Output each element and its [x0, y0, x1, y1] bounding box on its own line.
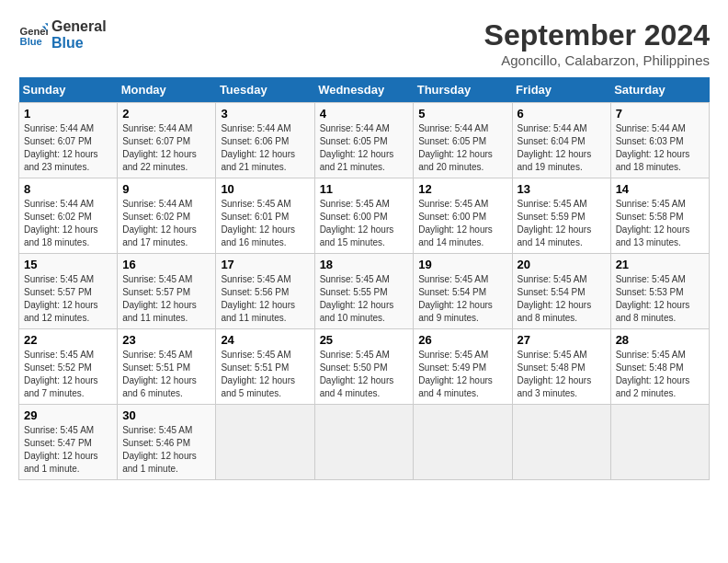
- calendar-cell: 25 Sunrise: 5:45 AM Sunset: 5:50 PM Dayl…: [314, 329, 414, 405]
- calendar-week-4: 22 Sunrise: 5:45 AM Sunset: 5:52 PM Dayl…: [19, 329, 710, 405]
- day-number: 14: [616, 182, 704, 196]
- day-details: Sunrise: 5:45 AM Sunset: 5:48 PM Dayligh…: [518, 349, 606, 400]
- day-number: 20: [518, 258, 606, 271]
- day-details: Sunrise: 5:44 AM Sunset: 6:07 PM Dayligh…: [122, 122, 210, 174]
- day-details: Sunrise: 5:45 AM Sunset: 5:55 PM Dayligh…: [320, 273, 409, 325]
- day-number: 6: [518, 107, 606, 121]
- svg-text:Blue: Blue: [20, 36, 42, 47]
- logo-icon: General Blue: [18, 20, 48, 50]
- page-title: September 2024: [484, 18, 710, 52]
- day-details: Sunrise: 5:44 AM Sunset: 6:04 PM Dayligh…: [518, 122, 606, 174]
- day-details: Sunrise: 5:45 AM Sunset: 5:46 PM Dayligh…: [122, 424, 210, 476]
- calendar-cell: 21 Sunrise: 5:45 AM Sunset: 5:53 PM Dayl…: [610, 254, 709, 329]
- weekday-header-row: SundayMondayTuesdayWednesdayThursdayFrid…: [19, 77, 710, 103]
- day-details: Sunrise: 5:45 AM Sunset: 5:51 PM Dayligh…: [221, 349, 309, 400]
- calendar-cell: 11 Sunrise: 5:45 AM Sunset: 6:00 PM Dayl…: [314, 178, 414, 254]
- calendar-cell: 5 Sunrise: 5:44 AM Sunset: 6:05 PM Dayli…: [414, 103, 512, 178]
- day-number: 15: [24, 258, 112, 271]
- calendar-cell: 17 Sunrise: 5:45 AM Sunset: 5:56 PM Dayl…: [216, 254, 314, 329]
- weekday-header-saturday: Saturday: [610, 77, 709, 103]
- calendar-cell: [512, 405, 610, 480]
- calendar-week-3: 15 Sunrise: 5:45 AM Sunset: 5:57 PM Dayl…: [19, 254, 710, 329]
- day-number: 26: [418, 333, 506, 347]
- page-subtitle: Agoncillo, Calabarzon, Philippines: [484, 52, 710, 68]
- calendar-cell: [414, 405, 512, 480]
- day-details: Sunrise: 5:45 AM Sunset: 5:56 PM Dayligh…: [221, 273, 309, 325]
- day-number: 19: [418, 258, 506, 271]
- day-number: 2: [122, 107, 210, 121]
- day-details: Sunrise: 5:45 AM Sunset: 5:53 PM Dayligh…: [616, 273, 704, 325]
- day-number: 24: [221, 333, 309, 347]
- calendar-cell: 16 Sunrise: 5:45 AM Sunset: 5:57 PM Dayl…: [118, 254, 216, 329]
- calendar-cell: 26 Sunrise: 5:45 AM Sunset: 5:49 PM Dayl…: [414, 329, 512, 405]
- day-details: Sunrise: 5:45 AM Sunset: 5:50 PM Dayligh…: [320, 349, 409, 400]
- calendar-cell: 9 Sunrise: 5:44 AM Sunset: 6:02 PM Dayli…: [118, 178, 216, 254]
- day-number: 17: [221, 258, 309, 271]
- calendar-cell: 2 Sunrise: 5:44 AM Sunset: 6:07 PM Dayli…: [118, 103, 216, 178]
- day-number: 8: [24, 182, 112, 196]
- weekday-header-monday: Monday: [118, 77, 216, 103]
- day-details: Sunrise: 5:45 AM Sunset: 6:01 PM Dayligh…: [221, 198, 309, 249]
- title-area: September 2024 Agoncillo, Calabarzon, Ph…: [484, 18, 710, 68]
- calendar-body: 1 Sunrise: 5:44 AM Sunset: 6:07 PM Dayli…: [19, 103, 710, 480]
- header: General Blue General Blue September 2024…: [18, 18, 710, 68]
- calendar-cell: 29 Sunrise: 5:45 AM Sunset: 5:47 PM Dayl…: [19, 405, 118, 480]
- day-number: 7: [616, 107, 704, 121]
- day-details: Sunrise: 5:45 AM Sunset: 5:52 PM Dayligh…: [24, 349, 112, 400]
- calendar-cell: 22 Sunrise: 5:45 AM Sunset: 5:52 PM Dayl…: [19, 329, 118, 405]
- calendar-cell: 19 Sunrise: 5:45 AM Sunset: 5:54 PM Dayl…: [414, 254, 512, 329]
- calendar-cell: 28 Sunrise: 5:45 AM Sunset: 5:48 PM Dayl…: [610, 329, 709, 405]
- day-details: Sunrise: 5:44 AM Sunset: 6:06 PM Dayligh…: [221, 122, 309, 174]
- calendar-table: SundayMondayTuesdayWednesdayThursdayFrid…: [18, 77, 710, 480]
- day-number: 22: [24, 333, 112, 347]
- day-number: 28: [616, 333, 704, 347]
- calendar-cell: 14 Sunrise: 5:45 AM Sunset: 5:58 PM Dayl…: [610, 178, 709, 254]
- calendar-cell: 3 Sunrise: 5:44 AM Sunset: 6:06 PM Dayli…: [216, 103, 314, 178]
- day-number: 29: [24, 408, 112, 422]
- day-number: 18: [320, 258, 409, 271]
- day-number: 4: [320, 107, 409, 121]
- day-number: 30: [122, 408, 210, 422]
- calendar-cell: 7 Sunrise: 5:44 AM Sunset: 6:03 PM Dayli…: [610, 103, 709, 178]
- calendar-cell: 15 Sunrise: 5:45 AM Sunset: 5:57 PM Dayl…: [19, 254, 118, 329]
- calendar-cell: 4 Sunrise: 5:44 AM Sunset: 6:05 PM Dayli…: [314, 103, 414, 178]
- day-number: 3: [221, 107, 309, 121]
- day-details: Sunrise: 5:45 AM Sunset: 6:00 PM Dayligh…: [418, 198, 506, 249]
- weekday-header-friday: Friday: [512, 77, 610, 103]
- calendar-cell: [314, 405, 414, 480]
- calendar-cell: 30 Sunrise: 5:45 AM Sunset: 5:46 PM Dayl…: [118, 405, 216, 480]
- day-details: Sunrise: 5:44 AM Sunset: 6:05 PM Dayligh…: [320, 122, 409, 174]
- calendar-cell: [610, 405, 709, 480]
- calendar-cell: 12 Sunrise: 5:45 AM Sunset: 6:00 PM Dayl…: [414, 178, 512, 254]
- calendar-week-5: 29 Sunrise: 5:45 AM Sunset: 5:47 PM Dayl…: [19, 405, 710, 480]
- calendar-cell: 20 Sunrise: 5:45 AM Sunset: 5:54 PM Dayl…: [512, 254, 610, 329]
- day-details: Sunrise: 5:44 AM Sunset: 6:07 PM Dayligh…: [24, 122, 112, 174]
- calendar-cell: 27 Sunrise: 5:45 AM Sunset: 5:48 PM Dayl…: [512, 329, 610, 405]
- day-number: 21: [616, 258, 704, 271]
- calendar-cell: 18 Sunrise: 5:45 AM Sunset: 5:55 PM Dayl…: [314, 254, 414, 329]
- calendar-cell: [216, 405, 314, 480]
- day-details: Sunrise: 5:45 AM Sunset: 5:54 PM Dayligh…: [418, 273, 506, 325]
- day-number: 9: [122, 182, 210, 196]
- day-number: 16: [122, 258, 210, 271]
- day-details: Sunrise: 5:44 AM Sunset: 6:03 PM Dayligh…: [616, 122, 704, 174]
- day-details: Sunrise: 5:45 AM Sunset: 5:59 PM Dayligh…: [518, 198, 606, 249]
- day-details: Sunrise: 5:44 AM Sunset: 6:02 PM Dayligh…: [24, 198, 112, 249]
- day-details: Sunrise: 5:45 AM Sunset: 5:57 PM Dayligh…: [24, 273, 112, 325]
- logo-line2: Blue: [51, 35, 107, 52]
- logo: General Blue General Blue: [18, 18, 107, 51]
- day-details: Sunrise: 5:45 AM Sunset: 5:51 PM Dayligh…: [122, 349, 210, 400]
- weekday-header-wednesday: Wednesday: [314, 77, 414, 103]
- day-number: 10: [221, 182, 309, 196]
- weekday-header-tuesday: Tuesday: [216, 77, 314, 103]
- day-details: Sunrise: 5:45 AM Sunset: 5:54 PM Dayligh…: [518, 273, 606, 325]
- day-details: Sunrise: 5:45 AM Sunset: 5:48 PM Dayligh…: [616, 349, 704, 400]
- calendar-cell: 6 Sunrise: 5:44 AM Sunset: 6:04 PM Dayli…: [512, 103, 610, 178]
- day-details: Sunrise: 5:44 AM Sunset: 6:05 PM Dayligh…: [418, 122, 506, 174]
- day-number: 1: [24, 107, 112, 121]
- day-details: Sunrise: 5:45 AM Sunset: 5:58 PM Dayligh…: [616, 198, 704, 249]
- calendar-cell: 23 Sunrise: 5:45 AM Sunset: 5:51 PM Dayl…: [118, 329, 216, 405]
- calendar-week-1: 1 Sunrise: 5:44 AM Sunset: 6:07 PM Dayli…: [19, 103, 710, 178]
- day-number: 13: [518, 182, 606, 196]
- day-details: Sunrise: 5:45 AM Sunset: 5:49 PM Dayligh…: [418, 349, 506, 400]
